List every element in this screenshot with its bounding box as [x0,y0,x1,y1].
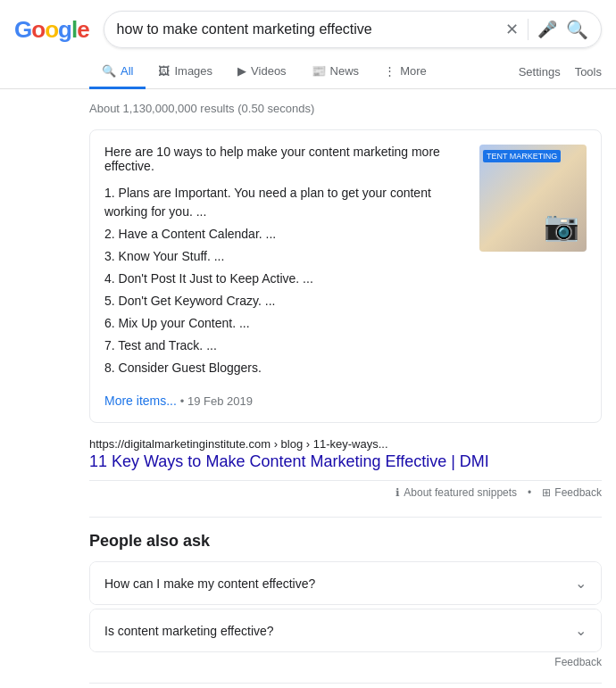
images-tab-icon: 🖼 [158,64,170,78]
camera-icon: 📷 [544,209,579,243]
chevron-down-icon: ⌄ [575,575,587,592]
clear-icon[interactable]: ✕ [505,20,519,39]
logo-letter-g: G [14,16,31,44]
tab-all[interactable]: 🔍 All [89,55,146,89]
paa-question-1-text: How can I make my content effective? [104,576,315,591]
list-item: 6. Mix Up your Content. ... [104,312,465,335]
divider [528,19,529,40]
featured-snippet: Here are 10 ways to help make your conte… [89,129,602,423]
nav-tabs: 🔍 All 🖼 Images ▶ Videos 📰 News ⋮ More Se… [0,55,616,89]
logo-letter-o2: o [45,16,58,44]
news-tab-icon: 📰 [312,64,326,78]
feedback-link[interactable]: ⊞ Feedback [542,486,602,499]
snippet-footer: ℹ About featured snippets • ⊞ Feedback [89,480,602,499]
tab-news[interactable]: 📰 News [299,55,372,89]
tab-images[interactable]: 🖼 Images [146,55,225,89]
list-item: 4. Don't Post It Just to Keep Active. ..… [104,268,465,290]
list-item: 3. Know Your Stuff. ... [104,245,465,268]
settings-link[interactable]: Settings [519,65,561,79]
tab-videos[interactable]: ▶ Videos [225,55,299,89]
snippet-list: 1. Plans are Important. You need a plan … [104,182,465,379]
divider-after-paa [89,683,602,684]
paa-question-2[interactable]: Is content marketing effective? ⌄ [90,609,601,651]
logo-letter-e: e [77,16,88,44]
paa-title: People also ask [89,532,602,551]
all-tab-icon: 🔍 [102,64,116,78]
tab-videos-label: Videos [251,64,287,78]
snippet-text: Here are 10 ways to help make your conte… [104,145,465,408]
source-url: https://digitalmarketinginstitute.com › … [89,437,602,451]
list-item: 5. Don't Get Keyword Crazy. ... [104,290,465,312]
list-item: 7. Test and Track. ... [104,335,465,357]
image-label: TENT MARKETING [483,150,561,162]
about-snippets-text: About featured snippets [404,486,517,499]
tab-more-label: More [400,64,427,78]
list-item: 1. Plans are Important. You need a plan … [104,182,465,223]
more-items-link[interactable]: More items... [104,394,177,408]
header: Google ✕ 🎤 🔍 [0,0,616,55]
tab-images-label: Images [174,64,212,78]
paa-question-1[interactable]: How can I make my content effective? ⌄ [90,562,601,604]
about-featured-snippets[interactable]: ℹ About featured snippets [395,486,517,499]
list-item: 2. Have a Content Calendar. ... [104,223,465,245]
logo-letter-g2: g [58,16,71,44]
people-also-ask-section: People also ask How can I make my conten… [89,532,602,668]
videos-tab-icon: ▶ [237,64,246,78]
results-count: About 1,130,000,000 results (0.50 second… [89,102,602,115]
more-tab-icon: ⋮ [384,64,395,78]
feedback-text: Feedback [554,486,602,499]
tab-news-label: News [330,64,360,78]
paa-feedback[interactable]: Feedback [89,656,602,668]
snippet-intro: Here are 10 ways to help make your conte… [104,145,465,173]
tab-more[interactable]: ⋮ More [371,55,439,89]
divider-after-snippet [89,517,602,518]
search-bar: ✕ 🎤 🔍 [104,11,602,48]
paa-item-1: How can I make my content effective? ⌄ [89,561,602,605]
snippet-image: TENT MARKETING 📷 [479,145,587,252]
tools-link[interactable]: Tools [575,65,602,79]
main-content: About 1,130,000,000 results (0.50 second… [0,89,616,688]
paa-question-2-text: Is content marketing effective? [104,624,274,638]
info-icon: ℹ [395,486,400,499]
featured-snippet-source: https://digitalmarketinginstitute.com › … [89,437,602,499]
search-button-icon[interactable]: 🔍 [566,19,588,40]
logo-letter-o1: o [31,16,45,44]
feedback-icon: ⊞ [542,486,551,499]
microphone-icon[interactable]: 🎤 [537,20,557,39]
footer-divider: • [528,486,531,499]
snippet-date: • 19 Feb 2019 [180,394,253,408]
search-icons: ✕ 🎤 🔍 [505,19,588,40]
chevron-down-icon-2: ⌄ [575,622,587,639]
paa-item-2: Is content marketing effective? ⌄ [89,609,602,652]
tab-all-label: All [121,64,133,78]
search-input[interactable] [117,21,498,37]
list-item: 8. Consider Guest Bloggers. [104,357,465,379]
nav-settings-tools: Settings Tools [519,56,602,87]
featured-snippet-title[interactable]: 11 Key Ways to Make Content Marketing Ef… [89,452,602,471]
google-logo: Google [14,16,89,44]
